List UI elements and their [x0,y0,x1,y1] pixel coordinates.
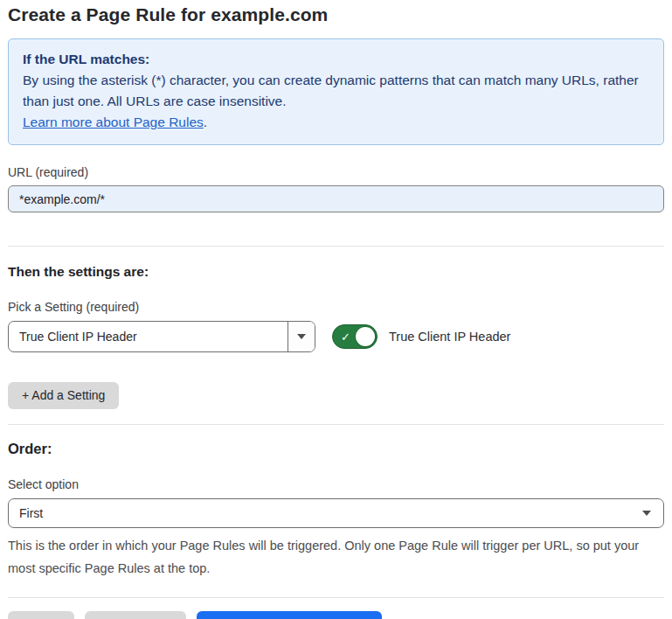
page-title: Create a Page Rule for example.com [8,4,664,25]
order-section-heading: Order: [8,441,664,457]
order-help-text: This is the order in which your Page Rul… [8,534,655,580]
link-suffix: . [204,115,207,129]
url-match-info-box: If the URL matches: By using the asteris… [8,38,664,145]
chevron-down-icon [642,511,651,516]
info-box-heading: If the URL matches: [23,49,649,70]
info-box-link-line: Learn more about Page Rules. [23,112,649,133]
settings-section-heading: Then the settings are: [8,264,664,280]
setting-picker-label: Pick a Setting (required) [8,300,664,314]
order-select-value: First [19,506,43,520]
save-draft-button[interactable]: Save as Draft [85,611,187,619]
add-setting-button[interactable]: + Add a Setting [8,382,119,409]
setting-select-arrow-button[interactable] [288,322,315,351]
url-field-label: URL (required) [8,165,664,179]
order-select[interactable]: First [8,498,664,528]
cancel-button[interactable]: Cancel [8,611,74,619]
setting-row: True Client IP Header ✓ True Client IP H… [8,321,664,352]
order-select-label: Select option [8,477,664,491]
setting-toggle-label: True Client IP Header [389,330,510,344]
learn-more-link[interactable]: Learn more about Page Rules [23,115,204,129]
check-icon: ✓ [341,331,350,343]
setting-select[interactable]: True Client IP Header [8,321,315,352]
page-rule-form: Create a Page Rule for example.com If th… [0,0,672,619]
setting-toggle[interactable]: ✓ [332,324,378,349]
setting-select-value: True Client IP Header [9,322,288,351]
divider [8,597,664,598]
footer-actions: Cancel Save as Draft Save and Deploy Pag… [8,611,664,619]
save-deploy-button[interactable]: Save and Deploy Page Rule [197,611,382,619]
chevron-down-icon [297,334,306,339]
toggle-knob [356,327,375,346]
info-box-body: By using the asterisk (*) character, you… [23,70,649,112]
divider [8,424,664,425]
url-input[interactable] [8,185,664,212]
divider [8,246,664,247]
